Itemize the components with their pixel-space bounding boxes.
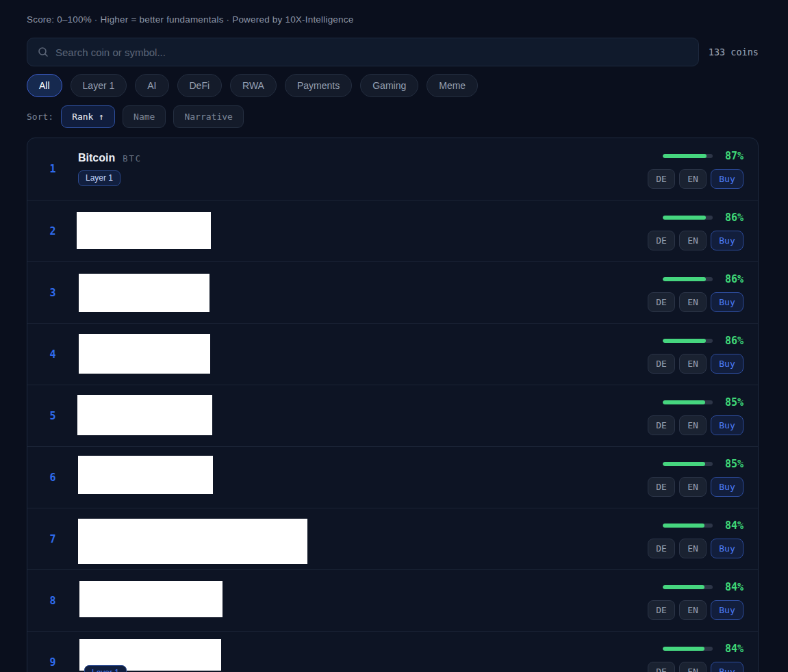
filter-chip-meme[interactable]: Meme xyxy=(427,74,478,97)
buy-button[interactable]: Buy xyxy=(711,600,743,620)
search-icon xyxy=(38,47,49,57)
de-button[interactable]: DE xyxy=(648,292,675,312)
coin-info xyxy=(78,262,647,323)
filter-chip-ai[interactable]: AI xyxy=(135,74,168,97)
coin-row[interactable]: 2 86% DE EN Buy xyxy=(27,200,758,261)
de-button[interactable]: DE xyxy=(648,169,675,189)
row-actions: DE EN Buy xyxy=(648,231,743,250)
score-value: 84% xyxy=(723,581,743,593)
en-button[interactable]: EN xyxy=(679,415,707,435)
filter-chip-all[interactable]: All xyxy=(27,74,62,97)
rank-label: 2 xyxy=(27,201,78,261)
de-button[interactable]: DE xyxy=(648,662,675,672)
filter-chip-gaming[interactable]: Gaming xyxy=(360,74,418,97)
sort-button-narrative[interactable]: Narrative xyxy=(173,105,243,128)
score-value: 85% xyxy=(723,396,743,409)
en-button[interactable]: EN xyxy=(679,539,707,558)
sort-label: Sort: xyxy=(27,112,53,122)
buy-button[interactable]: Buy xyxy=(711,169,743,189)
row-actions: DE EN Buy xyxy=(648,354,743,374)
buy-button[interactable]: Buy xyxy=(711,477,743,497)
search-input[interactable]: Search coin or symbol... xyxy=(27,38,699,66)
score-column: 87% DE EN Buy xyxy=(647,138,758,200)
search-row: Search coin or symbol... 133 coins xyxy=(27,38,759,66)
score-column: 85% DE EN Buy xyxy=(647,385,758,446)
score-bar-track xyxy=(663,462,713,466)
score-line: 84% xyxy=(663,581,743,593)
en-button[interactable]: EN xyxy=(679,477,707,497)
buy-button[interactable]: Buy xyxy=(711,539,743,558)
sort-button-rank[interactable]: Rank ↑ xyxy=(61,105,115,128)
score-bar-fill xyxy=(663,585,704,589)
filter-chip-defi[interactable]: DeFi xyxy=(177,74,223,97)
buy-button[interactable]: Buy xyxy=(711,354,743,374)
row-actions: DE EN Buy xyxy=(648,292,743,312)
coin-row[interactable]: 3 86% DE EN Buy xyxy=(27,261,758,323)
buy-button[interactable]: Buy xyxy=(711,231,743,250)
buy-button[interactable]: Buy xyxy=(711,292,743,312)
coin-symbol: BTC xyxy=(123,154,142,164)
de-button[interactable]: DE xyxy=(648,477,675,497)
filter-chip-rwa[interactable]: RWA xyxy=(230,74,277,97)
buy-button[interactable]: Buy xyxy=(711,662,743,672)
score-bar-fill xyxy=(663,216,706,220)
coin-list: 1 Bitcoin BTC Layer 1 87% DE EN xyxy=(27,138,759,672)
de-button[interactable]: DE xyxy=(648,354,675,374)
coin-row[interactable]: 6 85% DE EN Buy xyxy=(27,446,758,508)
redaction-box xyxy=(79,581,223,617)
score-line: 85% xyxy=(663,396,743,409)
buy-button[interactable]: Buy xyxy=(711,415,743,435)
score-column: 84% DE EN Buy xyxy=(647,570,758,631)
score-bar-fill xyxy=(663,524,704,528)
coin-name: Bitcoin xyxy=(78,152,115,164)
coin-identity: Bitcoin BTC Layer 1 xyxy=(78,152,647,186)
score-value: 86% xyxy=(723,273,743,285)
redaction-box xyxy=(79,334,210,374)
en-button[interactable]: EN xyxy=(679,292,707,312)
score-column: 85% DE EN Buy xyxy=(647,447,758,508)
redaction-box xyxy=(78,519,307,564)
filter-chip-payments[interactable]: Payments xyxy=(285,74,352,97)
score-column: 86% DE EN Buy xyxy=(647,324,758,385)
filter-chips: All Layer 1 AI DeFi RWA Payments Gaming … xyxy=(27,74,759,97)
rank-label: 5 xyxy=(27,385,78,446)
coin-row[interactable]: 8 84% DE EN Buy xyxy=(27,569,758,631)
de-button[interactable]: DE xyxy=(648,231,675,250)
row-actions: DE EN Buy xyxy=(648,539,743,558)
de-button[interactable]: DE xyxy=(648,539,675,558)
sort-row: Sort: Rank ↑ Name Narrative xyxy=(27,105,759,128)
en-button[interactable]: EN xyxy=(679,354,707,374)
coin-info: Bitcoin BTC Layer 1 xyxy=(78,138,647,200)
score-line: 86% xyxy=(663,211,743,224)
coin-count: 133 coins xyxy=(709,47,759,57)
coin-row[interactable]: 5 85% DE EN Buy xyxy=(27,385,758,446)
en-button[interactable]: EN xyxy=(679,600,707,620)
en-button[interactable]: EN xyxy=(679,662,707,672)
score-column: 84% DE EN Buy xyxy=(647,508,758,569)
rank-label: 3 xyxy=(27,262,78,323)
sort-button-name[interactable]: Name xyxy=(123,105,166,128)
score-value: 84% xyxy=(723,519,743,532)
app-viewport: Score: 0–100% · Higher = better fundamen… xyxy=(0,0,788,672)
score-bar-fill xyxy=(663,400,705,404)
score-column: 86% DE EN Buy xyxy=(647,262,758,323)
coin-row[interactable]: 4 86% DE EN Buy xyxy=(27,323,758,385)
de-button[interactable]: DE xyxy=(648,415,675,435)
score-value: 85% xyxy=(723,458,743,470)
row-actions: DE EN Buy xyxy=(648,662,743,672)
de-button[interactable]: DE xyxy=(648,600,675,620)
en-button[interactable]: EN xyxy=(679,169,707,189)
rank-label: 6 xyxy=(27,447,78,508)
rank-label: 7 xyxy=(27,508,78,569)
score-value: 84% xyxy=(723,643,743,655)
score-legend: Score: 0–100% · Higher = better fundamen… xyxy=(27,14,759,25)
row-actions: DE EN Buy xyxy=(648,477,743,497)
rank-label: 8 xyxy=(27,570,78,631)
coin-row[interactable]: 9 Layer 1 84% DE EN Buy xyxy=(27,631,758,672)
en-button[interactable]: EN xyxy=(679,231,707,250)
filter-chip-layer1[interactable]: Layer 1 xyxy=(71,74,127,97)
coin-row[interactable]: 7 84% DE EN Buy xyxy=(27,508,758,569)
score-bar-fill xyxy=(663,647,704,651)
coin-row[interactable]: 1 Bitcoin BTC Layer 1 87% DE EN xyxy=(27,138,758,200)
score-bar-fill xyxy=(663,462,705,466)
